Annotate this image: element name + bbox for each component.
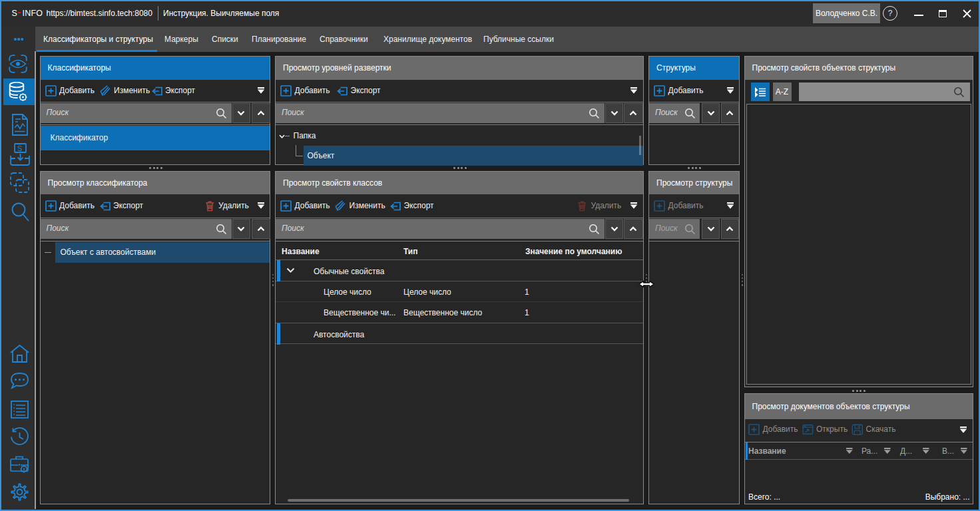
svg-text:S: S: [17, 144, 22, 152]
